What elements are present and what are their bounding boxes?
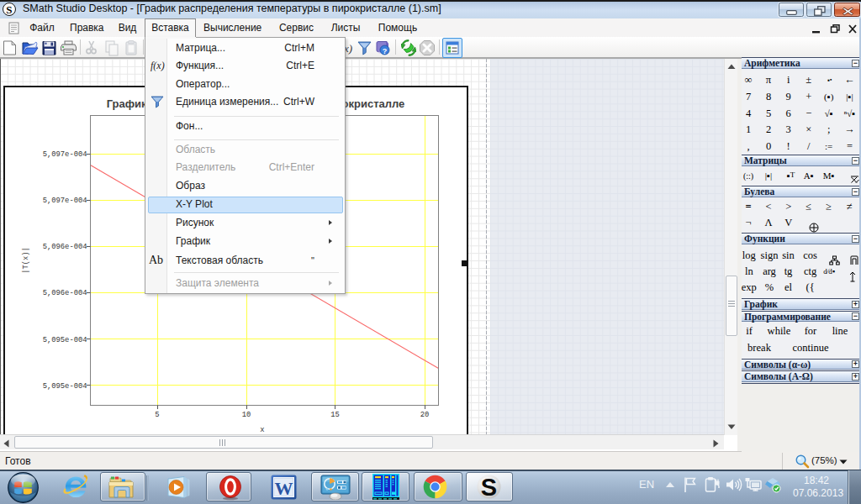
svg-text:W: W [275,478,293,499]
svg-text:x: x [260,426,264,433]
svg-text:5,095e-004: 5,095e-004 [43,382,87,391]
svg-text:5,096e-004: 5,096e-004 [43,289,87,297]
svg-text:?: ? [383,47,388,55]
svg-text:20: 20 [420,411,430,419]
svg-text:5,095e-004: 5,095e-004 [43,336,87,344]
svg-text:15: 15 [330,411,340,419]
svg-text:5,096e-004: 5,096e-004 [43,243,87,251]
svg-text:S: S [481,474,497,500]
svg-text:|T(x)|: |T(x)| [22,247,30,274]
svg-text:5,097e-004: 5,097e-004 [43,150,87,159]
svg-text:5,097e-004: 5,097e-004 [43,197,87,205]
svg-text:10: 10 [242,411,251,419]
svg-text:5: 5 [155,411,159,419]
